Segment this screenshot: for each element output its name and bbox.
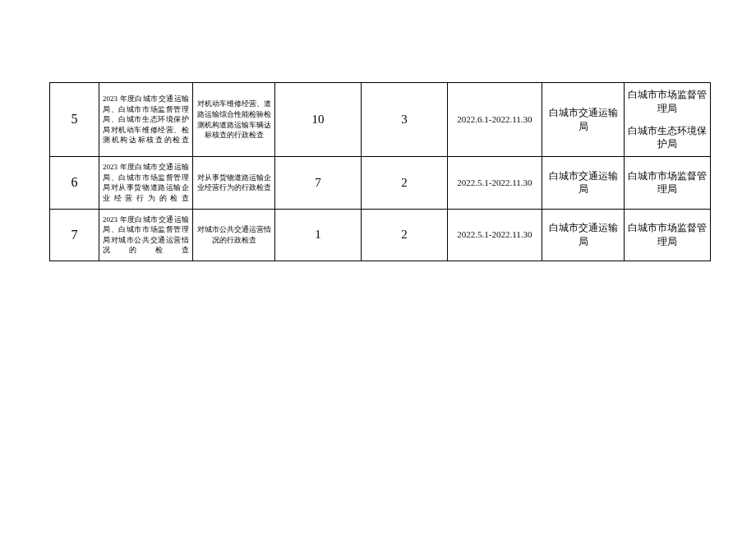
cell-check-item: 对机动车维修经营、道路运输综合性能检验检测机构道路运输车辆达标核查的行政检查 [193, 83, 275, 157]
cell-count-2: 2 [362, 209, 448, 261]
cell-coop-dept: 白城市市场监督管理局 [625, 157, 711, 209]
cell-plan-name: 2023 年度白城市交通运输局、白城市市场监督管理局对城市公共交通运营情况的检查 [99, 209, 193, 261]
cell-coop-dept: 白城市市场监督管理局 [625, 209, 711, 261]
cell-plan-name: 2023 年度白城市交通运输局、白城市市场监督管理局、白城市生态环境保护局对机动… [99, 83, 193, 157]
cell-coop-dept: 白城市市场监督管理局 白城市生态环境保护局 [625, 83, 711, 157]
cell-period: 2022.6.1-2022.11.30 [448, 83, 542, 157]
cell-count-1: 1 [275, 209, 362, 261]
cell-lead-dept: 白城市交通运输局 [542, 209, 625, 261]
cell-period: 2022.5.1-2022.11.30 [448, 157, 542, 209]
cell-plan-name: 2023 年度白城市交通运输局、白城市市场监督管理局对从事货物道路运输企业经营行… [99, 157, 193, 209]
table-row: 6 2023 年度白城市交通运输局、白城市市场监督管理局对从事货物道路运输企业经… [50, 157, 711, 209]
table-row: 5 2023 年度白城市交通运输局、白城市市场监督管理局、白城市生态环境保护局对… [50, 83, 711, 157]
cell-index: 6 [50, 157, 99, 209]
cell-index: 7 [50, 209, 99, 261]
cell-check-item: 对城市公共交通运营情况的行政检查 [193, 209, 275, 261]
table-row: 7 2023 年度白城市交通运输局、白城市市场监督管理局对城市公共交通运营情况的… [50, 209, 711, 261]
document-page: 5 2023 年度白城市交通运输局、白城市市场监督管理局、白城市生态环境保护局对… [0, 0, 756, 261]
cell-count-2: 2 [362, 157, 448, 209]
cell-count-1: 10 [275, 83, 362, 157]
cell-count-1: 7 [275, 157, 362, 209]
cell-lead-dept: 白城市交通运输局 [542, 83, 625, 157]
cell-count-2: 3 [362, 83, 448, 157]
inspection-table: 5 2023 年度白城市交通运输局、白城市市场监督管理局、白城市生态环境保护局对… [49, 82, 711, 261]
coop-dept-2: 白城市生态环境保护局 [626, 124, 708, 152]
coop-dept-1: 白城市市场监督管理局 [626, 88, 708, 116]
cell-lead-dept: 白城市交通运输局 [542, 157, 625, 209]
cell-period: 2022.5.1-2022.11.30 [448, 209, 542, 261]
cell-index: 5 [50, 83, 99, 157]
cell-check-item: 对从事货物道路运输企业经营行为的行政检查 [193, 157, 275, 209]
